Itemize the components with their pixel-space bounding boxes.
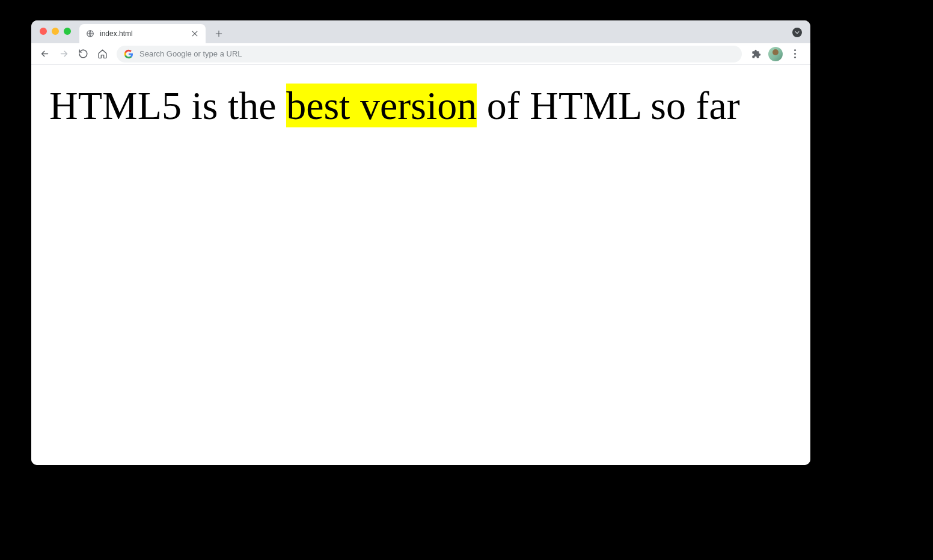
browser-menu-button[interactable] [786, 46, 803, 62]
toolbar-right [748, 46, 806, 62]
heading-text-before: HTML5 is the [49, 84, 286, 127]
profile-avatar[interactable] [768, 47, 783, 61]
browser-toolbar [31, 43, 810, 65]
heading-text-after: of HTML so far [477, 84, 739, 127]
tab-title: index.html [100, 29, 190, 38]
extensions-button[interactable] [748, 46, 765, 62]
page-heading: HTML5 is the best version of HTML so far [49, 82, 759, 129]
tab-search-button[interactable] [792, 28, 802, 37]
reload-button[interactable] [75, 46, 91, 62]
window-minimize-button[interactable] [52, 28, 59, 35]
page-viewport: HTML5 is the best version of HTML so far [31, 65, 810, 465]
browser-tab[interactable]: index.html [79, 24, 206, 43]
tab-close-button[interactable] [190, 29, 200, 38]
window-close-button[interactable] [40, 28, 47, 35]
new-tab-button[interactable] [210, 25, 227, 42]
address-bar[interactable] [117, 46, 742, 62]
heading-highlight: best version [286, 84, 477, 127]
home-button[interactable] [94, 46, 111, 62]
window-maximize-button[interactable] [64, 28, 71, 35]
back-button[interactable] [36, 46, 53, 62]
tab-strip: index.html [31, 20, 810, 43]
google-icon [124, 49, 133, 59]
forward-button[interactable] [55, 46, 72, 62]
globe-icon [85, 29, 95, 38]
address-input[interactable] [139, 49, 735, 58]
browser-window: index.html [31, 20, 810, 465]
window-controls [40, 28, 71, 35]
